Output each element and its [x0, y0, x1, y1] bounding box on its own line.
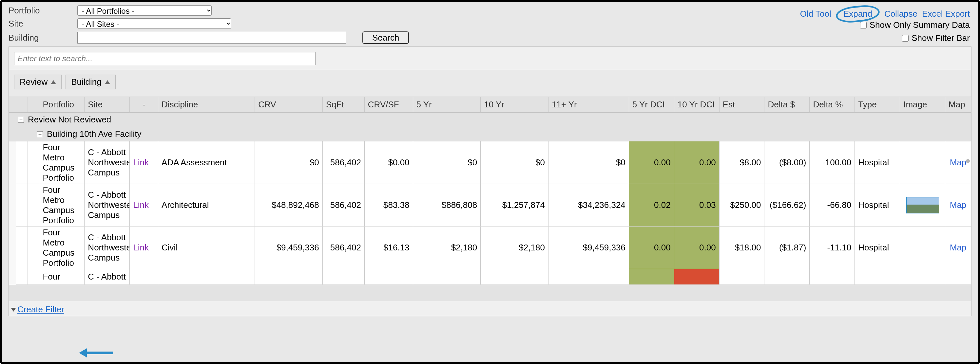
cell-10dci: 0.03 — [674, 184, 719, 226]
show-summary-label: Show Only Summary Data — [870, 20, 970, 30]
top-links: Old Tool Expand Collapse Excel Export — [800, 6, 970, 22]
collapse-icon[interactable]: − — [18, 117, 24, 123]
data-rows-container: Four Metro Campus PortfolioC - Abbott No… — [9, 141, 971, 285]
table-row: Four Metro Campus PortfolioC - Abbott No… — [16, 184, 971, 226]
cell-link — [130, 269, 158, 285]
group-row-building[interactable]: − Building 10th Ave Facility — [9, 127, 971, 141]
header-sqft[interactable]: SqFt — [323, 97, 365, 112]
group-chip-review[interactable]: Review — [14, 74, 62, 89]
show-filter-row: Show Filter Bar — [901, 33, 970, 43]
cell-crv: $9,459,336 — [255, 226, 323, 269]
cell-10yr: $0 — [480, 141, 549, 184]
cell-5yr: $886,808 — [413, 184, 481, 226]
grid-search-input[interactable] — [14, 52, 315, 65]
cell-portfolio: Four Metro Campus Portfolio — [39, 184, 84, 226]
cell-crv: $48,892,468 — [255, 184, 323, 226]
cell-5dci — [629, 269, 674, 285]
cell-discipline — [158, 269, 255, 285]
scrollbar-handle[interactable] — [966, 159, 970, 163]
map-link[interactable]: Map — [950, 157, 967, 168]
header-deltapct[interactable]: Delta % — [810, 97, 855, 112]
cell-portfolio: Four Metro Campus Portfolio — [39, 141, 84, 184]
row-spacer — [28, 226, 40, 269]
cell-deltapct: -11.10 — [810, 226, 855, 269]
cell-11yr: $34,236,324 — [549, 184, 629, 226]
show-filterbar-checkbox[interactable] — [902, 35, 908, 41]
cell-crvsf — [365, 269, 413, 285]
header-link[interactable]: - — [130, 97, 158, 112]
cell-10yr: $1,257,874 — [480, 184, 549, 226]
header-10yr[interactable]: 10 Yr — [480, 97, 549, 112]
header-discipline[interactable]: Discipline — [158, 97, 255, 112]
cell-type: Hospital — [855, 184, 900, 226]
header-type[interactable]: Type — [855, 97, 900, 112]
cell-est — [719, 269, 765, 285]
cell-image — [900, 141, 945, 184]
map-link[interactable]: Map — [950, 242, 967, 253]
collapse-link[interactable]: Collapse — [885, 9, 918, 19]
header-5dci[interactable]: 5 Yr DCI — [629, 97, 674, 112]
portfolio-label: Portfolio — [8, 6, 74, 16]
header-map[interactable]: Map — [945, 97, 971, 112]
cell-type: Hospital — [855, 141, 900, 184]
search-button[interactable]: Search — [363, 32, 409, 44]
cell-crv: $0 — [255, 141, 323, 184]
header-5yr[interactable]: 5 Yr — [413, 97, 481, 112]
map-link[interactable]: Map — [950, 200, 967, 210]
excel-export-link[interactable]: Excel Export — [922, 9, 970, 19]
cell-crvsf: $16.13 — [365, 226, 413, 269]
header-spacer — [28, 97, 40, 112]
portfolio-select[interactable]: - All Portfolios - — [77, 5, 212, 16]
cell-sqft — [323, 269, 365, 285]
row-link[interactable]: Link — [133, 157, 149, 168]
sort-asc-icon — [51, 80, 56, 84]
show-summary-checkbox[interactable] — [860, 22, 867, 28]
cell-portfolio: Four Metro Campus Portfolio — [39, 226, 84, 269]
table-row: FourC - Abbott — [16, 269, 971, 285]
cell-sqft: 586,402 — [323, 141, 365, 184]
cell-11yr: $9,459,336 — [549, 226, 629, 269]
header-crvsf[interactable]: CRV/SF — [365, 97, 413, 112]
group-row-review-label: Review Not Reviewed — [28, 115, 111, 125]
header-11yr[interactable]: 11+ Yr — [549, 97, 629, 112]
cell-crvsf: $83.38 — [365, 184, 413, 226]
cell-deltapct: -100.00 — [810, 141, 855, 184]
cell-discipline: Civil — [158, 226, 255, 269]
row-link[interactable]: Link — [133, 200, 149, 210]
cell-crv — [255, 269, 323, 285]
group-chip-building[interactable]: Building — [65, 74, 116, 89]
cell-5dci: 0.02 — [629, 184, 674, 226]
cell-est: $250.00 — [719, 184, 765, 226]
building-thumbnail[interactable] — [906, 197, 939, 214]
cell-sqft: 586,402 — [323, 184, 365, 226]
arrow-annotation — [79, 348, 113, 358]
header-image[interactable]: Image — [900, 97, 945, 112]
expand-link[interactable]: Expand — [843, 9, 872, 19]
cell-type — [855, 269, 900, 285]
create-filter-link[interactable]: Create Filter — [18, 304, 64, 315]
group-row-review[interactable]: − Review Not Reviewed — [9, 112, 971, 127]
header-est[interactable]: Est — [719, 97, 765, 112]
cell-est: $8.00 — [719, 141, 765, 184]
site-select[interactable]: - All Sites - — [77, 18, 231, 29]
site-label: Site — [8, 19, 74, 29]
header-delta[interactable]: Delta $ — [764, 97, 810, 112]
cell-5yr: $0 — [413, 141, 481, 184]
row-link[interactable]: Link — [133, 242, 149, 253]
header-site[interactable]: Site — [84, 97, 130, 112]
header-portfolio[interactable]: Portfolio — [39, 97, 84, 112]
cell-image — [900, 269, 945, 285]
cell-portfolio: Four — [39, 269, 84, 285]
building-input[interactable] — [77, 32, 346, 44]
header-crv[interactable]: CRV — [255, 97, 323, 112]
cell-10dci — [674, 269, 719, 285]
header-10dci[interactable]: 10 Yr DCI — [674, 97, 719, 112]
old-tool-link[interactable]: Old Tool — [800, 9, 831, 19]
group-chip-review-label: Review — [20, 77, 48, 87]
cell-delta: ($1.87) — [764, 226, 810, 269]
cell-link: Link — [130, 226, 158, 269]
cell-delta: ($8.00) — [764, 141, 810, 184]
cell-11yr — [549, 269, 629, 285]
cell-delta: ($166.62) — [764, 184, 810, 226]
collapse-icon[interactable]: − — [37, 131, 43, 137]
